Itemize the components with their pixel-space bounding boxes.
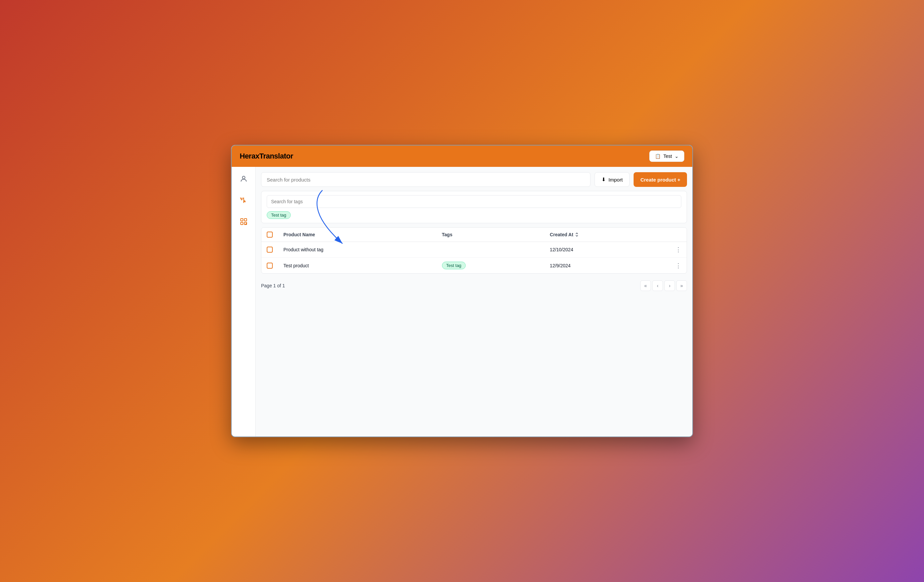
app-logo: HeraxTranslator — [240, 152, 293, 160]
tag-filter-panel: Test tag — [261, 191, 687, 223]
header: HeraxTranslator 📋 Test ⌄ — [232, 145, 692, 167]
row2-product-name: Test product — [278, 258, 437, 274]
search-products-input[interactable] — [261, 172, 591, 187]
sidebar-item-translate[interactable] — [237, 194, 250, 207]
content-area: ⬇ Import Create product + Test tag — [256, 167, 692, 437]
row1-checkbox[interactable] — [267, 247, 273, 252]
workspace-icon: 📋 — [655, 153, 661, 159]
sidebar — [232, 167, 256, 437]
active-tag-badge[interactable]: Test tag — [267, 211, 291, 219]
products-table: Product Name Tags Created At — [261, 227, 687, 274]
app-window: HeraxTranslator 📋 Test ⌄ — [231, 145, 693, 437]
row1-tags — [437, 242, 545, 258]
workspace-label: Test — [663, 153, 672, 159]
pagination-last[interactable]: » — [676, 280, 687, 291]
row2-created-at: 12/9/2024 — [544, 258, 670, 274]
row2-checkbox-cell — [261, 258, 278, 274]
pagination-info: Page 1 of 1 — [261, 283, 285, 289]
table-row: Product without tag 12/10/2024 ⋮ — [261, 242, 686, 258]
header-product-name: Product Name — [278, 228, 437, 242]
pagination-prev[interactable]: ‹ — [652, 280, 663, 291]
pagination-controls: « ‹ › » — [640, 280, 687, 291]
search-tags-input[interactable] — [267, 195, 681, 208]
import-icon: ⬇ — [602, 176, 606, 183]
svg-rect-2 — [241, 219, 243, 221]
sidebar-item-user[interactable] — [237, 172, 250, 186]
pagination-next[interactable]: › — [664, 280, 675, 291]
sort-created-at[interactable]: Created At — [550, 232, 579, 237]
pagination-row: Page 1 of 1 « ‹ › » — [261, 279, 687, 292]
row1-created-at: 12/10/2024 — [544, 242, 670, 258]
row1-actions: ⋮ — [670, 242, 686, 258]
main-layout: ⬇ Import Create product + Test tag — [232, 167, 692, 437]
workspace-selector[interactable]: 📋 Test ⌄ — [649, 150, 684, 162]
pagination-first[interactable]: « — [640, 280, 651, 291]
header-checkbox-cell — [261, 228, 278, 242]
header-actions — [670, 228, 686, 242]
row1-menu-button[interactable]: ⋮ — [675, 246, 681, 253]
row1-product-name: Product without tag — [278, 242, 437, 258]
table-header-row: Product Name Tags Created At — [261, 228, 686, 242]
select-all-checkbox[interactable] — [267, 232, 273, 237]
row2-tag-badge: Test tag — [442, 262, 466, 269]
import-button[interactable]: ⬇ Import — [594, 172, 630, 187]
row1-checkbox-cell — [261, 242, 278, 258]
svg-point-0 — [243, 176, 245, 179]
row2-checkbox[interactable] — [267, 263, 273, 269]
chevron-down-icon: ⌄ — [675, 153, 679, 159]
table-row: Test product Test tag 12/9/2024 ⋮ — [261, 258, 686, 274]
header-created-at[interactable]: Created At — [544, 228, 670, 242]
create-product-label: Create product + — [640, 177, 680, 183]
row2-menu-button[interactable]: ⋮ — [675, 262, 681, 269]
search-row: ⬇ Import Create product + — [261, 172, 687, 187]
svg-rect-4 — [241, 222, 243, 224]
import-label: Import — [609, 177, 623, 183]
svg-rect-3 — [244, 219, 247, 221]
header-tags: Tags — [437, 228, 545, 242]
row2-actions: ⋮ — [670, 258, 686, 274]
create-product-button[interactable]: Create product + — [634, 172, 687, 187]
sidebar-item-grid[interactable] — [237, 215, 250, 228]
row2-tags: Test tag — [437, 258, 545, 274]
